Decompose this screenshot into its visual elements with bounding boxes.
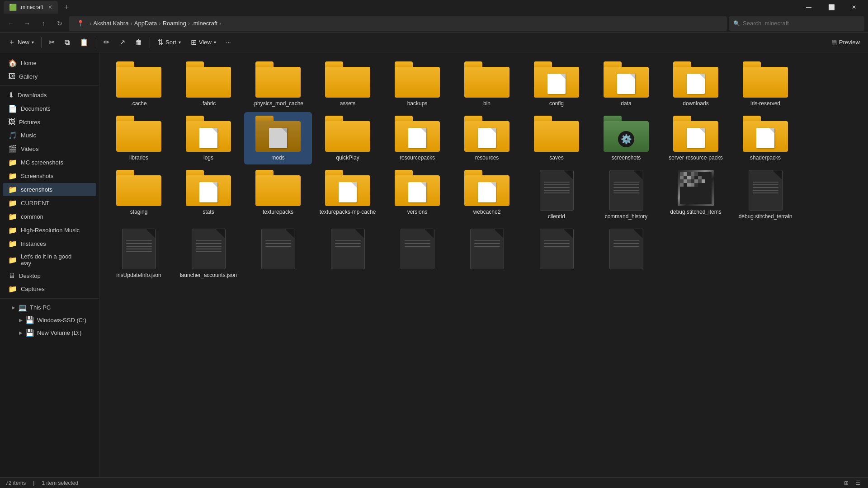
cut-button[interactable]: ✂ — [44, 35, 59, 49]
search-input[interactable] — [743, 20, 860, 27]
list-item[interactable] — [592, 225, 660, 282]
new-tab-button[interactable]: + — [61, 3, 72, 12]
delete-button[interactable]: 🗑 — [131, 36, 147, 49]
share-icon: ↗ — [119, 38, 125, 47]
breadcrumb-minecraft[interactable]: .minecraft — [192, 20, 217, 27]
folder-icon-physics — [255, 61, 301, 98]
list-item[interactable]: texturepacks — [244, 166, 312, 223]
sidebar-item-pictures[interactable]: 🖼 Pictures 📌 — [3, 116, 96, 128]
new-button[interactable]: ＋ New ▾ — [4, 35, 38, 50]
sidebar-item-home[interactable]: 🏠 Home — [3, 56, 96, 70]
list-item[interactable] — [453, 225, 521, 282]
list-item[interactable]: stats — [175, 166, 242, 223]
list-item[interactable]: launcher_accounts.json — [175, 225, 242, 282]
paste-button[interactable]: 📋 — [75, 35, 93, 49]
svg-rect-10 — [694, 176, 698, 179]
list-item[interactable]: assets — [314, 58, 382, 110]
file-name-resourcepacks: resourcepacks — [400, 155, 435, 161]
list-item[interactable]: command_history — [592, 166, 660, 223]
copy-button[interactable]: ⧉ — [60, 36, 74, 49]
sidebar-item-common[interactable]: 📁 common 📌 — [3, 210, 96, 223]
active-tab[interactable]: 🟩 .minecraft ✕ — [4, 1, 58, 14]
list-item[interactable]: .fabric — [175, 58, 242, 110]
list-item[interactable]: shaderpacks — [731, 112, 799, 164]
list-item[interactable]: bin — [453, 58, 521, 110]
list-item[interactable]: debug.stitched_items — [662, 166, 730, 223]
search-box[interactable]: 🔍 — [729, 16, 864, 31]
sidebar-item-videos[interactable]: 🎬 Videos 📌 — [3, 142, 96, 155]
close-button[interactable]: ✕ — [844, 0, 864, 14]
list-item[interactable]: .cache — [105, 58, 173, 110]
list-item[interactable]: resources — [453, 112, 521, 164]
list-item[interactable]: webcache2 — [453, 166, 521, 223]
sidebar-item-gallery[interactable]: 🖼 Gallery — [3, 70, 96, 83]
title-bar: 🟩 .minecraft ✕ + — ⬜ ✕ — [0, 0, 868, 14]
list-item[interactable] — [314, 225, 382, 282]
breadcrumb-appdata[interactable]: AppData — [134, 20, 157, 27]
list-item[interactable]: quickPlay — [314, 112, 382, 164]
sort-chevron: ▾ — [179, 40, 181, 45]
sort-button[interactable]: ⇅ Sort ▾ — [153, 35, 185, 49]
list-item[interactable]: server-resource-packs — [662, 112, 730, 164]
list-item[interactable]: staging — [105, 166, 173, 223]
list-item[interactable]: backups — [383, 58, 451, 110]
breadcrumb-user[interactable]: Akshat Kabra — [93, 20, 128, 27]
sidebar-item-hires-music[interactable]: 📁 High-Resolution Music 📌 — [3, 224, 96, 237]
sidebar-item-d-drive[interactable]: ▶ 💾 New Volume (D:) — [3, 327, 96, 339]
sidebar-item-mc-screenshots[interactable]: 📁 MC screenshots 📌 — [3, 156, 96, 169]
up-button[interactable]: ↑ — [36, 16, 51, 31]
sidebar-item-screenshots[interactable]: 📁 screenshots 📌 — [3, 183, 96, 196]
list-item[interactable] — [523, 225, 590, 282]
sidebar-item-documents[interactable]: 📄 Documents 📌 — [3, 102, 96, 115]
view-button[interactable]: ⊞ View ▾ — [186, 35, 221, 49]
list-item[interactable]: mods — [244, 112, 312, 164]
forward-button[interactable]: → — [20, 16, 34, 31]
list-item[interactable]: iris-reserved — [731, 58, 799, 110]
sidebar-item-instances[interactable]: 📁 Instances 📌 — [3, 237, 96, 250]
sidebar-item-this-pc[interactable]: ▶ 💻 This PC — [3, 301, 96, 314]
share-button[interactable]: ↗ — [115, 35, 130, 49]
sidebar-item-music[interactable]: 🎵 Music 📌 — [3, 129, 96, 142]
list-item[interactable]: clientId — [523, 166, 590, 223]
breadcrumb-roaming[interactable]: Roaming — [163, 20, 186, 27]
sidebar-item-letsdoit[interactable]: 📁 Let's do it in a good way 📌 — [3, 251, 96, 269]
list-view-button[interactable]: ☰ — [854, 479, 863, 487]
list-item[interactable]: saves — [523, 112, 590, 164]
list-item[interactable]: texturepacks-mp-cache — [314, 166, 382, 223]
file-name-iris: iris-reserved — [750, 100, 780, 107]
folder-icon-libraries — [116, 116, 161, 152]
list-item[interactable]: libraries — [105, 112, 173, 164]
copy-icon: ⧉ — [65, 38, 70, 47]
sidebar-item-current[interactable]: 📁 CURRENT 📌 — [3, 197, 96, 210]
grid-view-button[interactable]: ⊞ — [842, 479, 850, 487]
preview-button[interactable]: ▤ Preview — [827, 36, 864, 48]
back-button[interactable]: ← — [4, 16, 18, 31]
minimize-button[interactable]: — — [798, 0, 819, 14]
sidebar-item-captures[interactable]: 📁 Captures 📌 — [3, 282, 96, 296]
sidebar-item-c-drive[interactable]: ▶ 💾 Windows-SSD (C:) — [3, 314, 96, 326]
list-item[interactable] — [244, 225, 312, 282]
svg-rect-16 — [694, 179, 698, 183]
maximize-button[interactable]: ⬜ — [821, 0, 842, 14]
list-item[interactable]: debug.stitched_terrain — [731, 166, 799, 223]
list-item[interactable]: data — [592, 58, 660, 110]
more-button[interactable]: ··· — [222, 36, 236, 48]
file-content[interactable]: .cache .fabric .physics_mod_cache — [99, 52, 868, 477]
sidebar-item-screenshots-cap[interactable]: 📁 Screenshots 📌 — [3, 169, 96, 183]
sidebar-item-desktop[interactable]: 🖥 Desktop 📌 — [3, 269, 96, 282]
paste-icon: 📋 — [80, 38, 89, 47]
list-item[interactable]: ⚙️ screenshots — [592, 112, 660, 164]
list-item[interactable]: config — [523, 58, 590, 110]
sidebar-item-downloads[interactable]: ⬇ Downloads 📌 — [3, 89, 96, 102]
list-item[interactable]: resourcepacks — [383, 112, 451, 164]
list-item[interactable]: logs — [175, 112, 242, 164]
list-item[interactable]: downloads — [662, 58, 730, 110]
rename-button[interactable]: ✏ — [99, 35, 114, 49]
tab-close-button[interactable]: ✕ — [48, 4, 52, 10]
home-label: Home — [21, 60, 37, 66]
refresh-button[interactable]: ↻ — [52, 16, 67, 31]
list-item[interactable] — [383, 225, 451, 282]
list-item[interactable]: versions — [383, 166, 451, 223]
list-item[interactable]: .physics_mod_cache — [244, 58, 312, 110]
list-item[interactable]: irisUpdateInfo.json — [105, 225, 173, 282]
